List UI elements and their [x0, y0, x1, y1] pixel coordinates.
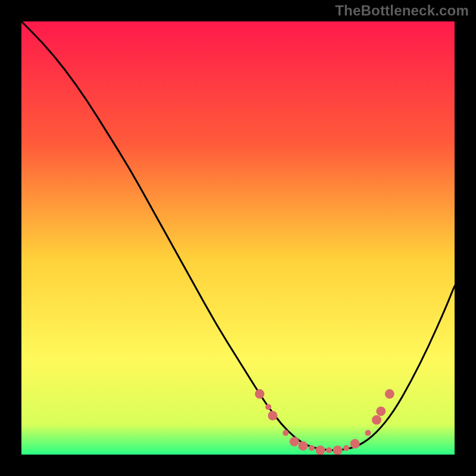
- marker-dot: [255, 389, 264, 399]
- chart-frame: TheBottleneck.com: [0, 0, 476, 476]
- marker-dot: [350, 439, 360, 449]
- marker-dot: [298, 441, 308, 450]
- marker-dot: [268, 411, 277, 420]
- marker-dot: [385, 389, 394, 399]
- marker-dot: [283, 430, 289, 436]
- marker-dot: [333, 446, 342, 455]
- marker-dot: [376, 406, 386, 416]
- marker-dot: [372, 415, 381, 425]
- watermark-text: TheBottleneck.com: [335, 2, 469, 19]
- plot-area: [21, 21, 455, 455]
- marker-dot: [309, 445, 315, 451]
- marker-dot: [290, 437, 299, 446]
- marker-dot: [365, 430, 371, 436]
- bottleneck-chart: [21, 21, 455, 455]
- marker-dot: [315, 446, 325, 455]
- marker-dot: [343, 445, 349, 451]
- marker-dot: [326, 447, 332, 453]
- marker-dot: [265, 404, 271, 410]
